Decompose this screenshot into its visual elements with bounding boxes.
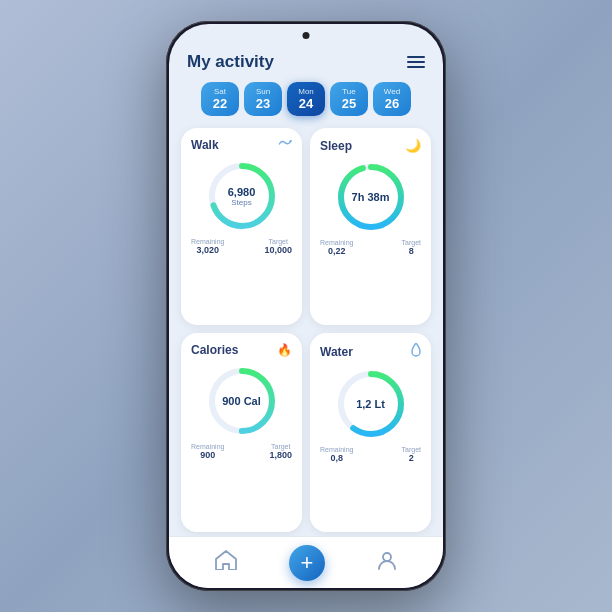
walk-remaining-label: Remaining (191, 238, 224, 245)
water-target: Target 2 (402, 446, 421, 463)
sleep-value: 7h 38m (352, 191, 390, 203)
walk-title: Walk (191, 138, 219, 152)
water-target-label: Target (402, 446, 421, 453)
walk-target-label: Target (264, 238, 292, 245)
walk-value: 6,980 (228, 186, 256, 198)
cards-grid: Walk (169, 124, 443, 536)
sleep-target: Target 8 (402, 239, 421, 256)
svg-point-9 (383, 553, 391, 561)
walk-remaining-value: 3,020 (191, 245, 224, 255)
day-selector: Sat 22 Sun 23 Mon 24 Tue 25 Wed 26 (169, 78, 443, 124)
calories-value: 900 Cal (222, 395, 261, 407)
hamburger-line2 (407, 61, 425, 63)
day-wed26[interactable]: Wed 26 (373, 82, 411, 116)
walk-target-value: 10,000 (264, 245, 292, 255)
day-sun23[interactable]: Sun 23 (244, 82, 282, 116)
day-mon24[interactable]: Mon 24 (287, 82, 325, 116)
calories-card[interactable]: Calories 🔥 (181, 333, 302, 532)
calories-ring: 900 Cal (206, 365, 278, 437)
sleep-remaining-label: Remaining (320, 239, 353, 246)
header: My activity (169, 44, 443, 78)
calories-ring-label: 900 Cal (222, 395, 261, 407)
sleep-target-label: Target (402, 239, 421, 246)
walk-unit: Steps (228, 198, 256, 207)
sleep-target-value: 8 (402, 246, 421, 256)
calories-stats: Remaining 900 Target 1,800 (191, 443, 292, 460)
water-icon (411, 343, 421, 360)
home-nav-button[interactable] (215, 550, 237, 575)
add-button[interactable]: + (289, 545, 325, 581)
walk-card-header: Walk (191, 138, 292, 152)
calories-icon: 🔥 (277, 343, 292, 357)
calories-target-label: Target (269, 443, 292, 450)
calories-remaining: Remaining 900 (191, 443, 224, 460)
walk-ring-label: 6,980 Steps (228, 186, 256, 207)
walk-stats: Remaining 3,020 Target 10,000 (191, 238, 292, 255)
water-target-value: 2 (402, 453, 421, 463)
walk-ring: 6,980 Steps (206, 160, 278, 232)
calories-remaining-value: 900 (191, 450, 224, 460)
water-remaining-value: 0,8 (320, 453, 353, 463)
calories-card-header: Calories 🔥 (191, 343, 292, 357)
water-ring: 1,2 Lt (335, 368, 407, 440)
calories-remaining-label: Remaining (191, 443, 224, 450)
bottom-nav: + (169, 536, 443, 588)
camera-dot (303, 32, 310, 39)
sleep-ring: 7h 38m (335, 161, 407, 233)
day-tue25[interactable]: Tue 25 (330, 82, 368, 116)
calories-title: Calories (191, 343, 238, 357)
sleep-card[interactable]: Sleep 🌙 (310, 128, 431, 325)
hamburger-line1 (407, 56, 425, 58)
sleep-remaining-value: 0,22 (320, 246, 353, 256)
water-stats: Remaining 0,8 Target 2 (320, 446, 421, 463)
water-remaining-label: Remaining (320, 446, 353, 453)
walk-target: Target 10,000 (264, 238, 292, 255)
water-card[interactable]: Water (310, 333, 431, 532)
phone-shell: My activity Sat 22 Sun 23 Mon (166, 21, 446, 591)
walk-icon (278, 138, 292, 152)
calories-target-value: 1,800 (269, 450, 292, 460)
sleep-title: Sleep (320, 139, 352, 153)
menu-button[interactable] (407, 56, 425, 68)
walk-card[interactable]: Walk (181, 128, 302, 325)
calories-target: Target 1,800 (269, 443, 292, 460)
water-card-header: Water (320, 343, 421, 360)
sleep-icon: 🌙 (405, 138, 421, 153)
water-title: Water (320, 345, 353, 359)
sleep-ring-label: 7h 38m (352, 191, 390, 203)
day-sat22[interactable]: Sat 22 (201, 82, 239, 116)
hamburger-line3 (407, 66, 425, 68)
sleep-card-header: Sleep 🌙 (320, 138, 421, 153)
phone-screen: My activity Sat 22 Sun 23 Mon (169, 24, 443, 588)
sleep-remaining: Remaining 0,22 (320, 239, 353, 256)
profile-nav-button[interactable] (377, 550, 397, 575)
page-title: My activity (187, 52, 274, 72)
water-value: 1,2 Lt (356, 398, 385, 410)
water-ring-label: 1,2 Lt (356, 398, 385, 410)
water-remaining: Remaining 0,8 (320, 446, 353, 463)
screen-content: My activity Sat 22 Sun 23 Mon (169, 24, 443, 588)
sleep-stats: Remaining 0,22 Target 8 (320, 239, 421, 256)
walk-remaining: Remaining 3,020 (191, 238, 224, 255)
